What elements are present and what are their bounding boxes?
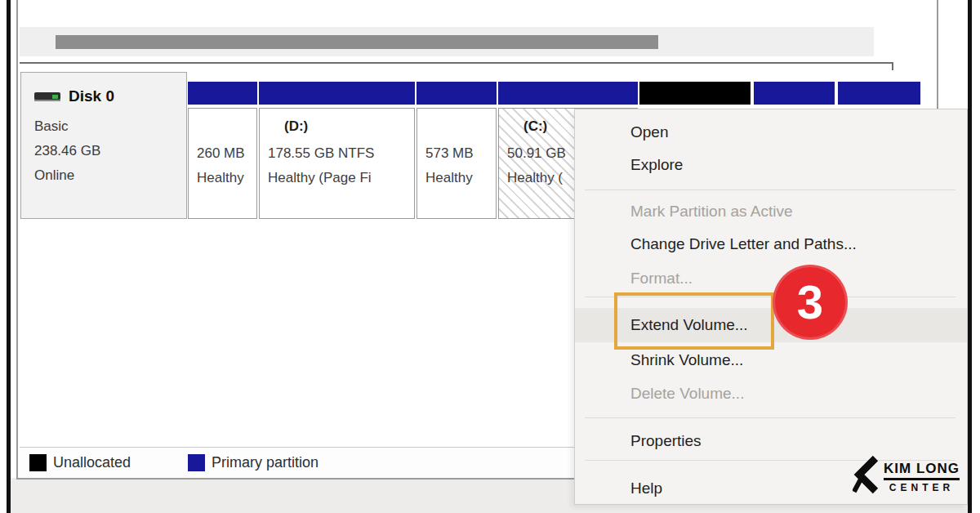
partition-bar-c: [498, 82, 638, 105]
menu-separator: [585, 417, 956, 418]
crop-border-right: [968, 0, 972, 513]
partition-status: Healthy: [197, 166, 256, 190]
primary-partition-swatch: [188, 454, 205, 471]
kim-long-logo: KIM LONG CENTER: [853, 456, 960, 498]
disk-status: Online: [34, 167, 74, 184]
disk-title: Disk 0: [69, 87, 114, 105]
partition-block-3[interactable]: 573 MB Healthy: [416, 108, 497, 219]
menu-item-open[interactable]: Open: [575, 116, 967, 149]
partition-block-1[interactable]: 260 MB Healthy: [188, 108, 257, 219]
disk-type: Basic: [34, 118, 69, 135]
partition-status: Healthy: [425, 166, 496, 190]
partition-size: 178.55 GB NTFS: [268, 141, 414, 166]
menu-item-mark-partition-active: Mark Partition as Active: [575, 195, 967, 228]
partition-bar-d: [259, 82, 415, 105]
unallocated-block[interactable]: [639, 82, 751, 105]
step-number: 3: [797, 279, 823, 326]
menu-item-format: Format...: [575, 262, 967, 295]
menu-item-explore[interactable]: Explore: [575, 149, 967, 181]
menu-item-change-drive-letter[interactable]: Change Drive Letter and Paths...: [575, 228, 967, 261]
disk-drive-icon: [34, 92, 60, 101]
kimlong-chevron-icon: [853, 456, 879, 498]
logo-name: KIM LONG: [884, 461, 960, 480]
partition-bar-6: [838, 82, 920, 105]
scrollbar-thumb[interactable]: [56, 35, 658, 49]
partition-block-d[interactable]: (D:) 178.55 GB NTFS Healthy (Page Fi: [259, 108, 415, 219]
partition-name: (D:): [284, 118, 414, 141]
unallocated-swatch: [29, 454, 47, 471]
partition-status: Healthy (Page Fi: [268, 166, 414, 190]
disk-capacity: 238.46 GB: [34, 143, 100, 159]
crop-border-left: [7, 0, 11, 513]
logo-subtitle: CENTER: [889, 482, 954, 493]
disk0-panel[interactable]: Disk 0 Basic 238.46 GB Online: [20, 72, 187, 219]
screenshot-stage: Disk 0 Basic 238.46 GB Online 260 MB Hea…: [0, 0, 980, 513]
partition-size: 573 MB: [425, 141, 496, 166]
legend-unallocated-label: Unallocated: [53, 454, 131, 471]
horizontal-scrollbar[interactable]: [20, 27, 874, 56]
partition-bar-3: [416, 82, 497, 105]
partition-bar-1: [188, 82, 257, 105]
pane-divider-end: [892, 62, 893, 70]
legend-primary-label: Primary partition: [212, 454, 318, 471]
menu-separator: [585, 190, 956, 190]
menu-item-properties[interactable]: Properties: [575, 425, 967, 457]
step-highlight-box: [614, 292, 774, 350]
step-badge: 3: [773, 265, 848, 340]
partition-bar-5: [754, 82, 835, 105]
menu-item-delete-volume: Delete Volume...: [575, 377, 967, 410]
partition-size: 260 MB: [197, 141, 256, 166]
pane-divider: [20, 62, 893, 64]
